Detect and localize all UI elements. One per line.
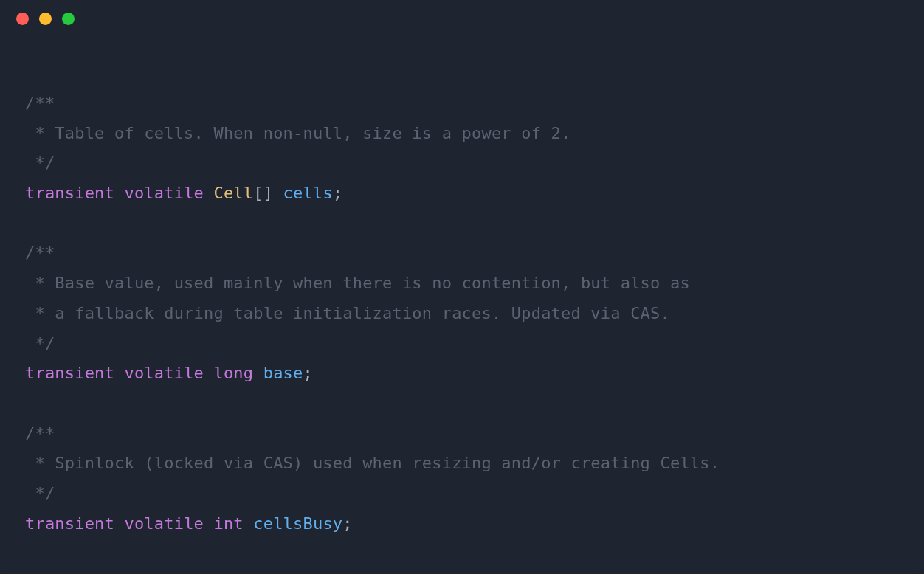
- code-line: transient volatile long base;: [25, 359, 899, 389]
- code-line: * a fallback during table initialization…: [25, 299, 899, 329]
- code-token-identifier: cellsBusy: [253, 514, 342, 533]
- code-token-punct: [244, 514, 253, 533]
- code-token-keyword: transient: [25, 184, 114, 202]
- code-token-identifier: cells: [283, 184, 333, 202]
- code-token-keyword: volatile: [124, 514, 204, 533]
- code-token-comment: /**: [25, 243, 55, 262]
- code-line: /**: [25, 419, 899, 449]
- code-token-keyword: transient: [25, 364, 114, 382]
- code-token-comment: */: [25, 484, 55, 502]
- maximize-icon[interactable]: [62, 13, 75, 25]
- code-line: * Spinlock (locked via CAS) used when re…: [25, 449, 899, 479]
- code-line: transient volatile int cellsBusy;: [25, 509, 899, 539]
- code-token-comment: */: [25, 153, 55, 172]
- code-line: [25, 389, 899, 419]
- code-token-punct: [114, 184, 124, 202]
- code-token-punct: [114, 364, 124, 382]
- code-token-punct: ;: [333, 184, 342, 202]
- code-line: */: [25, 329, 899, 359]
- code-line: * Base value, used mainly when there is …: [25, 269, 899, 299]
- code-editor[interactable]: /** * Table of cells. When non-null, siz…: [0, 37, 924, 539]
- close-icon[interactable]: [16, 13, 29, 25]
- code-token-comment: * a fallback during table initialization…: [25, 304, 670, 322]
- code-line: /**: [25, 89, 899, 119]
- code-token-punct: [253, 364, 263, 382]
- code-token-punct: ;: [303, 364, 313, 382]
- code-line: */: [25, 148, 899, 179]
- code-token-keyword: transient: [25, 514, 114, 533]
- code-line: transient volatile Cell[] cells;: [25, 179, 899, 209]
- code-token-comment: * Table of cells. When non-null, size is…: [25, 124, 570, 142]
- code-token-comment: * Spinlock (locked via CAS) used when re…: [25, 454, 720, 472]
- code-token-punct: [204, 184, 213, 202]
- code-token-comment: */: [25, 334, 55, 353]
- code-line: */: [25, 479, 899, 509]
- code-token-type: Cell: [213, 184, 253, 202]
- code-token-keyword: long: [213, 364, 253, 382]
- minimize-icon[interactable]: [39, 13, 52, 25]
- code-token-identifier: base: [263, 364, 303, 382]
- code-token-comment: * Base value, used mainly when there is …: [25, 274, 690, 292]
- window-titlebar: [0, 0, 924, 37]
- code-token-punct: [204, 514, 213, 533]
- code-line: [25, 209, 899, 239]
- code-token-keyword: volatile: [124, 364, 204, 382]
- code-token-punct: []: [253, 184, 283, 202]
- code-token-comment: /**: [25, 94, 55, 112]
- code-line: * Table of cells. When non-null, size is…: [25, 119, 899, 149]
- code-token-keyword: int: [213, 514, 243, 533]
- code-token-comment: /**: [25, 424, 55, 443]
- code-token-punct: [204, 364, 213, 382]
- code-line: /**: [25, 238, 899, 269]
- code-window: /** * Table of cells. When non-null, siz…: [0, 0, 924, 574]
- code-token-punct: ;: [342, 514, 352, 533]
- code-token-punct: [114, 514, 124, 533]
- code-token-keyword: volatile: [124, 184, 204, 202]
